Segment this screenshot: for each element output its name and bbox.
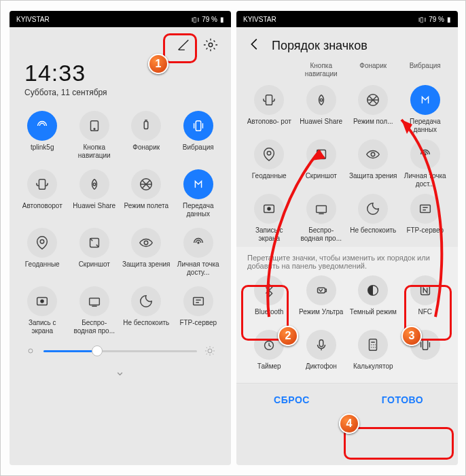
qs-tile[interactable]: Таймер xyxy=(243,328,295,380)
qs-tile-icon xyxy=(27,228,57,258)
qs-tile-label: tplink5g xyxy=(31,143,54,160)
qs-tile-icon xyxy=(306,194,336,224)
qs-tile[interactable]: Защита зрения xyxy=(120,226,173,278)
svg-rect-4 xyxy=(196,121,200,131)
brightness-track[interactable] xyxy=(43,350,197,352)
qs-tile[interactable]: Режим полета xyxy=(120,168,173,220)
qs-tile[interactable]: NFC xyxy=(399,274,452,326)
qs-tile[interactable]: Диктофон xyxy=(295,328,348,380)
qs-tile[interactable]: Беспро- водная про... xyxy=(69,285,121,337)
qs-tile-label: Скриншот xyxy=(79,260,110,277)
svg-point-11 xyxy=(198,242,199,243)
qs-tile[interactable]: FTP-сервер xyxy=(399,192,452,244)
done-button[interactable]: ГОТОВО xyxy=(347,384,458,415)
qs-tile-icon xyxy=(27,286,57,316)
qs-tile-label: FTP-сервер xyxy=(179,319,217,335)
carrier-label: KYIVSTAR xyxy=(243,16,276,23)
qs-tile[interactable]: Скриншот xyxy=(295,138,348,190)
qs-tile-icon xyxy=(358,139,388,169)
clock-block: 14:33 Суббота, 11 сентября xyxy=(10,57,231,97)
qs-tile[interactable]: Кнопка навигации xyxy=(69,109,121,161)
qs-tile-label: Фонарик xyxy=(132,143,160,160)
qs-tile-icon xyxy=(410,330,440,360)
qs-tile[interactable]: Huawei Share xyxy=(69,168,121,220)
qs-tile-label: Беспро- водная про... xyxy=(297,226,346,243)
qs-tile[interactable]: Передача данных xyxy=(173,168,225,220)
reset-button[interactable]: СБРОС xyxy=(236,384,347,415)
qs-tile[interactable]: Автопово- рот xyxy=(243,84,295,135)
qs-tile[interactable]: FTP-сервер xyxy=(173,285,225,337)
qs-tile-label: Калькулятор xyxy=(353,362,393,379)
qs-tile[interactable]: Фонарик xyxy=(120,109,173,161)
svg-point-10 xyxy=(145,241,149,245)
qs-tile[interactable]: Геоданные xyxy=(16,226,69,278)
qs-tile[interactable]: Передача данных xyxy=(399,84,452,135)
clock-time: 14:33 xyxy=(24,60,216,86)
clock-date: Суббота, 11 сентября xyxy=(24,88,216,97)
qs-tile-label: Беспро- водная про... xyxy=(70,319,119,335)
svg-rect-15 xyxy=(193,298,203,305)
qs-tile-icon xyxy=(183,286,213,316)
qs-tile[interactable]: Запись с экрана xyxy=(243,192,295,244)
svg-rect-3 xyxy=(145,122,149,129)
brightness-low-icon xyxy=(24,345,37,357)
qs-tile[interactable]: Не беспокоить xyxy=(347,192,399,244)
qs-tile-icon xyxy=(79,111,109,141)
svg-rect-18 xyxy=(266,95,272,105)
battery-label: 79 % xyxy=(202,16,217,23)
qs-tile[interactable]: Bluetooth xyxy=(243,274,295,326)
qs-tile[interactable]: Калькулятор xyxy=(347,328,399,380)
brightness-slider[interactable] xyxy=(10,339,231,364)
back-icon[interactable] xyxy=(247,37,262,55)
qs-tile-label: Вибрация xyxy=(183,143,214,160)
svg-rect-5 xyxy=(39,180,46,190)
qs-tile[interactable]: Автоповорот xyxy=(16,168,69,220)
battery-label: 79 % xyxy=(429,16,444,23)
qs-tile[interactable]: Запись с экрана xyxy=(16,285,69,337)
qs-tile[interactable]: Huawei Share xyxy=(295,84,348,135)
qs-tile-label: Диктофон xyxy=(306,362,337,379)
qs-tile-icon xyxy=(254,139,284,169)
qs-tile-label: Автопово- рот xyxy=(247,118,291,134)
qs-tile-label: Фонарик xyxy=(359,62,387,78)
qs-row: Запись с экранаБеспро- водная про...Не б… xyxy=(236,192,458,247)
qs-tile-label: Запись с экрана xyxy=(245,226,293,243)
qs-tile[interactable]: Вибрация xyxy=(173,109,225,161)
battery-icon: ▮ xyxy=(447,16,451,23)
qs-tile-icon xyxy=(410,139,440,169)
qs-tile[interactable]: Скриншот xyxy=(69,226,121,278)
qs-tile-label: NFC xyxy=(418,308,432,324)
qs-tile[interactable] xyxy=(399,328,452,380)
qs-tile-icon xyxy=(131,228,161,258)
svg-point-13 xyxy=(41,299,45,303)
qs-tile[interactable]: Не беспокоить xyxy=(120,285,173,337)
qs-tile-icon xyxy=(131,286,161,316)
status-right: ı▯ı 79 % ▮ xyxy=(418,16,451,23)
qs-row: BluetoothРежим УльтраТемный режимNFC xyxy=(236,274,458,328)
vibrate-icon: ı▯ı xyxy=(192,16,200,23)
hint-text: Перетащите значки, чтобы изменить их пор… xyxy=(236,247,458,274)
qs-tile[interactable]: Геоданные xyxy=(243,138,295,190)
qs-tile[interactable]: tplink5g xyxy=(16,109,69,161)
qs-tile-label: Вибрация xyxy=(410,62,441,78)
qs-tile-label: Геоданные xyxy=(252,172,287,188)
qs-tile[interactable]: Беспро- водная про... xyxy=(295,192,348,244)
qs-tile[interactable]: Темный режим xyxy=(347,274,399,326)
edit-icon[interactable] xyxy=(175,37,192,53)
panel-handle[interactable]: ⌄ xyxy=(10,364,231,383)
qs-tile-icon xyxy=(79,228,109,258)
gear-icon[interactable] xyxy=(202,37,219,53)
qs-tile[interactable]: Личная точка досту... xyxy=(173,226,225,278)
qs-tile[interactable]: Личная точка дост... xyxy=(399,138,452,190)
qs-tile-icon xyxy=(358,275,388,305)
qs-tile[interactable]: Режим пол... xyxy=(347,84,399,135)
svg-point-6 xyxy=(93,183,96,186)
qs-tile[interactable]: Режим Ультра xyxy=(295,274,348,326)
qs-tile-label: Скриншот xyxy=(306,172,337,188)
qs-tile-label: Личная точка досту... xyxy=(174,260,223,277)
qs-tile-icon xyxy=(131,169,161,199)
qs-tile-label: Защита зрения xyxy=(349,172,397,188)
qs-tile[interactable]: Защита зрения xyxy=(347,138,399,190)
qs-tile-label: Кнопка навигации xyxy=(297,62,346,78)
qs-tile-label: Режим пол... xyxy=(353,118,393,134)
